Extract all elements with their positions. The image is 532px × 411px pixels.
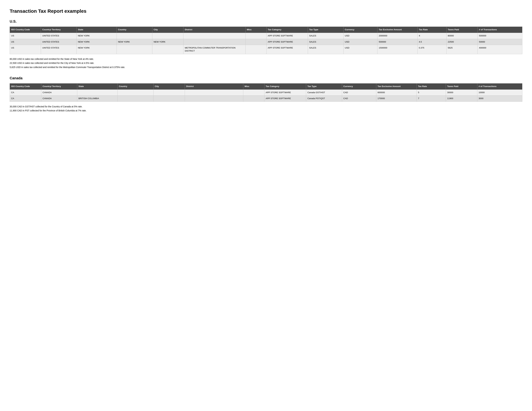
country-territory-cell: CANADA xyxy=(41,96,77,102)
tax-rate-cell: 4.5 xyxy=(418,39,446,45)
us-col-taxespaid: Taxes Paid xyxy=(446,27,477,33)
country-cell: NEW YORK xyxy=(116,39,152,45)
us-col-iso: ISO Country Code xyxy=(10,27,41,33)
iso-country-code-cell: CA xyxy=(10,89,41,96)
canada-heading: Canada xyxy=(10,76,522,81)
num-transactions-cell: 3000 xyxy=(477,96,522,102)
canada-table: ISO Country Code Country/ Territory Stat… xyxy=(10,83,522,102)
tax-rate-cell: 5 xyxy=(417,89,446,96)
city-cell xyxy=(152,45,183,54)
note-line: 80,000 USD in sales tax collected and re… xyxy=(10,57,522,61)
us-table-header-row: ISO Country Code Country/ Territory Stat… xyxy=(10,27,522,33)
taxes-paid-cell: 30000 xyxy=(446,89,477,96)
misc-cell xyxy=(245,39,266,45)
ca-col-taxrate: Tax Rate xyxy=(417,83,446,89)
country-territory-cell: CANADA xyxy=(41,89,77,96)
tax-type-cell: SALES xyxy=(308,39,343,45)
iso-country-code-cell: US xyxy=(10,45,41,54)
canada-notes: 30,000 CAD in GST/HST collected for the … xyxy=(10,105,522,113)
canada-table-header-row: ISO Country Code Country/ Territory Stat… xyxy=(10,83,522,89)
table-row: USUNITED STATESNEW YORKMETROPOLITAN COMM… xyxy=(10,45,522,54)
country-territory-cell: UNITED STATES xyxy=(41,39,76,45)
country-territory-cell: UNITED STATES xyxy=(41,45,76,54)
misc-cell xyxy=(243,96,264,102)
district-cell xyxy=(185,96,243,102)
tax-rate-cell: 4 xyxy=(418,33,446,39)
tax-type-cell: SALES xyxy=(308,33,343,39)
us-col-state: State xyxy=(76,27,117,33)
city-cell xyxy=(153,89,185,96)
currency-cell: CAD xyxy=(342,96,376,102)
district-cell: METROPOLITAN COMMUTER TRANSPORTATION DIS… xyxy=(183,45,246,54)
us-col-country: Country xyxy=(116,27,152,33)
state-cell: NEW YORK xyxy=(76,39,117,45)
num-transactions-cell: 10000 xyxy=(477,89,522,96)
us-table: ISO Country Code Country/ Territory Stat… xyxy=(10,27,522,54)
city-cell: NEW YORK xyxy=(152,39,183,45)
canada-section: Canada ISO Country Code Country/ Territo… xyxy=(10,76,522,113)
misc-cell xyxy=(245,33,266,39)
ca-col-state: State xyxy=(77,83,117,89)
currency-cell: USD xyxy=(343,45,377,54)
us-col-currency: Currency xyxy=(343,27,377,33)
ca-col-currency: Currency xyxy=(342,83,376,89)
country-cell xyxy=(117,89,153,96)
district-cell xyxy=(183,33,246,39)
us-section: U.S. ISO Country Code Country/ Territory… xyxy=(10,19,522,69)
state-cell: NEW YORK xyxy=(76,45,117,54)
tax-type-cell: Canada GST/HST xyxy=(306,89,342,96)
page-title: Transaction Tax Report examples xyxy=(10,8,522,15)
table-row: CACANADAAPP STORE SOFTWARECanada GST/HST… xyxy=(10,89,522,96)
tax-category-cell: APP STORE SOFTWARE xyxy=(266,45,308,54)
state-cell: BRITISH COLUMBIA xyxy=(77,96,117,102)
note-line: 5,625 USD in sales tax collected and rem… xyxy=(10,65,522,69)
iso-country-code-cell: US xyxy=(10,33,41,39)
ca-col-taxespaid: Taxes Paid xyxy=(446,83,477,89)
tax-exclusive-amount-cell: 2000000 xyxy=(377,33,418,39)
us-col-taxtype: Tax Type xyxy=(308,27,343,33)
tax-category-cell: APP STORE SOFTWARE xyxy=(264,89,306,96)
ca-col-city: City xyxy=(153,83,185,89)
tax-exclusive-amount-cell: 1500000 xyxy=(377,45,418,54)
district-cell xyxy=(185,89,243,96)
ca-col-taxcat: Tax Category xyxy=(264,83,306,89)
us-heading: U.S. xyxy=(10,19,522,24)
table-row: USUNITED STATESNEW YORKNEW YORKNEW YORKA… xyxy=(10,39,522,45)
misc-cell xyxy=(245,45,266,54)
num-transactions-cell: 500000 xyxy=(477,33,522,39)
tax-type-cell: Canada PST/QST xyxy=(306,96,342,102)
tax-category-cell: APP STORE SOFTWARE xyxy=(264,96,306,102)
state-cell: NEW YORK xyxy=(76,33,117,39)
ca-col-ct: Country/ Territory xyxy=(41,83,77,89)
iso-country-code-cell: US xyxy=(10,39,41,45)
us-col-ct: Country/ Territory xyxy=(41,27,76,33)
tax-rate-cell: 0.375 xyxy=(418,45,446,54)
tax-category-cell: APP STORE SOFTWARE xyxy=(266,39,308,45)
tax-type-cell: SALES xyxy=(308,45,343,54)
us-col-district: District xyxy=(183,27,246,33)
country-cell xyxy=(116,45,152,54)
district-cell xyxy=(183,39,246,45)
note-line: 22,500 USD in sales tax collected and re… xyxy=(10,61,522,65)
currency-cell: CAD xyxy=(342,89,376,96)
taxes-paid-cell: 11900 xyxy=(446,96,477,102)
tax-rate-cell: 7 xyxy=(417,96,446,102)
iso-country-code-cell: CA xyxy=(10,96,41,102)
ca-col-misc: Misc xyxy=(243,83,264,89)
taxes-paid-cell: 80000 xyxy=(446,33,477,39)
num-transactions-cell: 50000 xyxy=(477,39,522,45)
us-col-numtrans: # of Transactions xyxy=(477,27,522,33)
note-line: 30,000 CAD in GST/HST collected for the … xyxy=(10,105,522,109)
country-territory-cell: UNITED STATES xyxy=(41,33,76,39)
ca-col-iso: ISO Country Code xyxy=(10,83,41,89)
table-row: USUNITED STATESNEW YORKAPP STORE SOFTWAR… xyxy=(10,33,522,39)
tax-exclusive-amount-cell: 170000 xyxy=(376,96,417,102)
ca-col-district: District xyxy=(185,83,243,89)
num-transactions-cell: 400000 xyxy=(477,45,522,54)
country-cell xyxy=(117,96,153,102)
us-col-city: City xyxy=(152,27,183,33)
taxes-paid-cell: 5625 xyxy=(446,45,477,54)
ca-col-country: Country xyxy=(117,83,153,89)
currency-cell: USD xyxy=(343,33,377,39)
currency-cell: USD xyxy=(343,39,377,45)
